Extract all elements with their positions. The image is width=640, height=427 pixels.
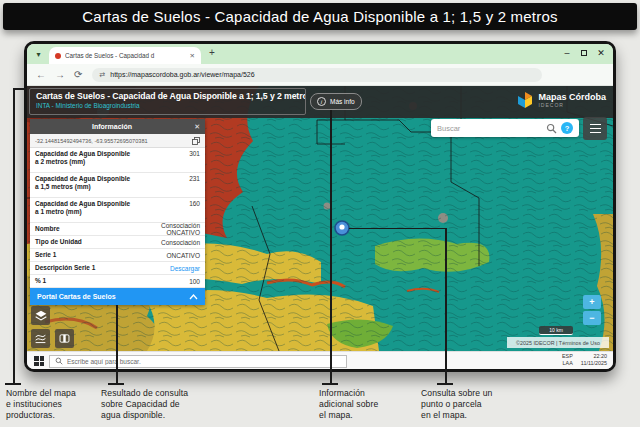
more-info-label: Más info	[330, 98, 355, 105]
callout-line-1	[13, 88, 27, 90]
new-tab-button[interactable]: +	[209, 47, 215, 58]
info-row-label: Nombre	[35, 225, 135, 233]
info-row: Capacidad de Agua Disponible a 2 metros …	[30, 148, 205, 173]
info-row-value: 231	[135, 175, 200, 197]
map-attribution[interactable]: ©2025 IDECOR | Términos de Uso	[507, 337, 609, 348]
info-icon: i	[317, 97, 326, 106]
reload-icon[interactable]: ⟳	[74, 69, 82, 80]
info-panel-title: Información	[30, 123, 194, 130]
more-info-button[interactable]: i Más info	[310, 93, 362, 110]
coordinates-text: -32.144815492494736, -63.95572695070381	[35, 138, 192, 144]
info-row-value: 100	[135, 278, 200, 285]
maximize-icon	[581, 50, 587, 56]
taskbar-search[interactable]	[49, 355, 347, 368]
info-row: Nombre Consociación ONCATIVO	[30, 223, 205, 236]
browser-tab-strip: ▾ Cartas de Suelos - Capacidad d ✕ + – ✕	[27, 44, 613, 64]
info-row-label: Capacidad de Agua Disponible a 2 metros …	[35, 150, 135, 172]
basemap-icon	[58, 332, 71, 345]
callout-line-2	[108, 383, 124, 385]
portal-footer-label: Portal Cartas de Suelos	[37, 293, 189, 300]
map-viewer: Cartas de Suelos - Capacidad de Agua Dis…	[27, 86, 613, 351]
annotation-map-name: Nombre del mapa e instituciones producto…	[6, 388, 76, 422]
coordinates-row: -32.144815492494736, -63.95572695070381	[30, 134, 205, 148]
browser-toolbar: ← → ⟳ ⇄ https://mapascordoba.gob.ar/view…	[27, 64, 613, 86]
taskbar-date: 11/11/2025	[581, 361, 607, 366]
menu-button[interactable]	[583, 117, 607, 140]
info-row: Capacidad de Agua Disponible a 1,5 metro…	[30, 173, 205, 198]
callout-line-4	[349, 228, 446, 230]
info-row: % 1 100	[30, 275, 205, 288]
page-title-text: Cartas de Suelos - Capacidad de Agua Dis…	[82, 8, 557, 25]
callout-line-2	[116, 305, 118, 384]
map-marker	[335, 221, 349, 235]
taskbar-search-icon	[55, 357, 63, 365]
tab-close-icon[interactable]: ✕	[190, 52, 195, 60]
callout-line-4	[445, 228, 447, 385]
site-info-icon[interactable]: ⇄	[99, 71, 105, 79]
annotation-point-query: Consulta sobre un punto o parcela en el …	[421, 388, 492, 422]
zoom-out-button[interactable]: −	[583, 311, 601, 325]
map-search-input[interactable]	[437, 124, 542, 133]
forward-icon[interactable]: →	[55, 69, 65, 80]
brand-sub: IDECOR	[538, 102, 606, 108]
brand-logo: Mapas Córdoba IDECOR	[517, 91, 606, 109]
callout-line-3	[322, 383, 338, 385]
windows-start-icon[interactable]	[34, 356, 44, 366]
info-panel-header: Información ✕	[30, 119, 205, 134]
menu-icon	[590, 124, 601, 126]
taskbar-lang: ESP	[562, 354, 573, 359]
info-row-value: 160	[135, 200, 200, 222]
back-icon[interactable]: ←	[36, 69, 46, 80]
basemap-button[interactable]	[55, 329, 74, 348]
search-help-icon[interactable]: ?	[561, 122, 573, 134]
window-maximize-button[interactable]	[576, 46, 592, 60]
info-row-label: Descripción Serie 1	[35, 264, 135, 272]
windows-taskbar: ESP LAA 22:20 11/11/2025	[27, 351, 613, 369]
layers-icon	[34, 309, 48, 323]
info-row: Descripción Serie 1 Descargar	[30, 262, 205, 275]
chevron-up-icon[interactable]	[189, 294, 198, 300]
info-row-value: ONCATIVO	[135, 252, 200, 259]
info-row-label: % 1	[35, 277, 135, 285]
callout-line-1	[5, 383, 21, 385]
taskbar-clock[interactable]: ESP LAA 22:20 11/11/2025	[562, 354, 607, 367]
taskbar-search-input[interactable]	[67, 358, 341, 365]
tab-search-chevron-icon[interactable]: ▾	[32, 48, 45, 61]
zoom-in-button[interactable]: +	[583, 295, 601, 309]
annotation-query-result: Resultado de consulta sobre Capacidad de…	[101, 388, 188, 422]
mapas-cordoba-logo-icon	[517, 91, 533, 109]
info-row: Serie 1 ONCATIVO	[30, 249, 205, 262]
map-title: Cartas de Suelos - Capacidad de Agua Dis…	[36, 91, 299, 101]
portal-footer-bar[interactable]: Portal Cartas de Suelos	[30, 288, 205, 305]
browser-tab[interactable]: Cartas de Suelos - Capacidad d ✕	[49, 47, 201, 64]
legend-button[interactable]	[31, 329, 50, 348]
info-panel-close-icon[interactable]: ✕	[194, 123, 200, 131]
browser-window: ▾ Cartas de Suelos - Capacidad d ✕ + – ✕…	[24, 41, 616, 372]
callout-line-1	[13, 88, 15, 384]
address-bar[interactable]: ⇄ https://mapascordoba.gob.ar/viewer/map…	[92, 68, 542, 82]
window-close-button[interactable]: ✕	[593, 46, 609, 60]
brand-name: Mapas Córdoba	[538, 92, 606, 102]
tab-title: Cartas de Suelos - Capacidad d	[65, 52, 186, 59]
copy-icon[interactable]	[192, 137, 200, 145]
map-search-box[interactable]: ?	[431, 119, 579, 137]
info-row-label: Tipo de Unidad	[35, 238, 135, 246]
info-row-label: Serie 1	[35, 251, 135, 259]
callout-line-3	[330, 110, 332, 384]
info-row: Tipo de Unidad Consociación	[30, 236, 205, 249]
info-row-label: Capacidad de Agua Disponible a 1 metro (…	[35, 200, 135, 222]
window-minimize-button[interactable]: –	[559, 46, 575, 60]
download-link[interactable]: Descargar	[135, 265, 200, 272]
callout-line-4	[437, 383, 453, 385]
info-row: Capacidad de Agua Disponible a 1 metro (…	[30, 198, 205, 223]
map-header: Cartas de Suelos - Capacidad de Agua Dis…	[27, 86, 613, 118]
layers-button[interactable]	[31, 306, 50, 325]
annotation-more-info: Información adicional sobre el mapa.	[319, 388, 378, 422]
info-panel: Información ✕ -32.144815492494736, -63.9…	[30, 119, 205, 305]
map-title-box: Cartas de Suelos - Capacidad de Agua Dis…	[29, 88, 306, 115]
search-icon[interactable]	[546, 123, 557, 134]
scale-bar: 10 km	[539, 326, 573, 335]
tab-favicon-icon	[55, 53, 61, 59]
info-row-value: 301	[135, 150, 200, 172]
info-row-value: Consociación	[135, 239, 200, 246]
